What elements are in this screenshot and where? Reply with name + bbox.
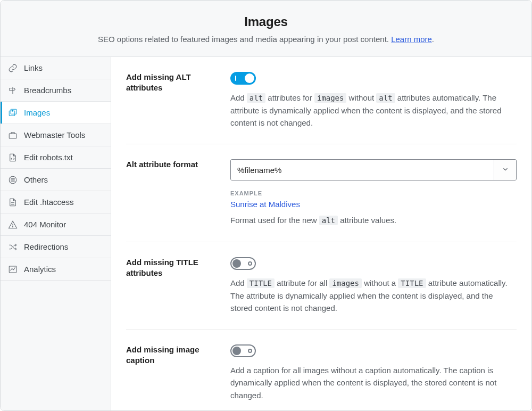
desc-code: images — [329, 278, 362, 288]
setting-description: Add TITLE attribute for all images witho… — [230, 277, 517, 314]
desc-code: TITLE — [247, 278, 275, 288]
images-icon — [8, 108, 18, 118]
sidebar-item-links[interactable]: Links — [1, 57, 111, 79]
toggle-off-indicator — [248, 349, 252, 353]
sidebar-item-edit-robots[interactable]: Edit robots.txt — [1, 146, 111, 169]
svg-rect-1 — [11, 109, 16, 114]
desc-text: without — [346, 93, 376, 102]
setting-description: Add a caption for all images without a c… — [230, 364, 517, 401]
desc-text: Format used for the new — [230, 216, 319, 225]
sidebar-item-404-monitor[interactable]: 404 Monitor — [1, 213, 111, 236]
desc-code: TITLE — [398, 278, 426, 288]
sidebar-item-webmaster-tools[interactable]: Webmaster Tools — [1, 124, 111, 146]
settings-content: Add missing ALT attributes Add alt attri… — [111, 57, 531, 410]
setting-body: Add alt attributes for images without al… — [230, 72, 517, 129]
svg-rect-3 — [9, 134, 16, 138]
sidebar-item-label: Edit robots.txt — [24, 153, 73, 162]
desc-text: attribute values. — [338, 216, 396, 225]
setting-label: Alt attribute format — [126, 159, 215, 227]
setting-alt-format: Alt attribute format EXAMPLE Sunrise at … — [126, 159, 517, 242]
svg-rect-0 — [9, 111, 15, 116]
setting-alt-missing: Add missing ALT attributes Add alt attri… — [126, 72, 517, 144]
desc-code: alt — [247, 93, 265, 103]
subtitle-suffix: . — [432, 35, 434, 44]
alt-format-combo — [230, 159, 517, 180]
sidebar-item-label: Breadcrumbs — [24, 86, 71, 95]
caption-missing-toggle[interactable] — [230, 344, 256, 357]
example-label: EXAMPLE — [230, 190, 517, 196]
sidebar-item-analytics[interactable]: Analytics — [1, 258, 111, 281]
settings-panel: Images SEO options related to featured i… — [0, 0, 532, 411]
sidebar-item-redirections[interactable]: Redirections — [1, 236, 111, 258]
chevron-down-icon — [502, 166, 509, 175]
signpost-icon — [8, 86, 18, 95]
sidebar-item-images[interactable]: Images — [1, 102, 111, 124]
desc-text: Add — [230, 93, 247, 102]
page-title: Images — [11, 14, 521, 29]
briefcase-icon — [8, 130, 18, 140]
sidebar-item-label: Webmaster Tools — [24, 130, 85, 139]
setting-description: Add alt attributes for images without al… — [230, 92, 517, 129]
link-icon — [8, 63, 18, 73]
title-missing-toggle[interactable] — [230, 257, 256, 270]
page-subtitle: SEO options related to featured images a… — [11, 35, 521, 44]
toggle-knob — [232, 347, 241, 355]
desc-code: images — [314, 93, 347, 103]
setting-label: Add missing TITLE attributes — [126, 257, 215, 314]
settings-sidebar: Links Breadcrumbs Images Webmaster Tools… — [1, 57, 111, 410]
setting-title-missing: Add missing TITLE attributes Add TITLE a… — [126, 257, 517, 330]
example-value: Sunrise at Maldives — [230, 200, 517, 209]
setting-body: EXAMPLE Sunrise at Maldives Format used … — [230, 159, 517, 227]
subtitle-text: SEO options related to featured images a… — [98, 35, 391, 44]
list-icon — [8, 175, 18, 185]
desc-text: Add — [230, 278, 247, 287]
desc-code: alt — [376, 93, 395, 103]
file-code-icon — [8, 153, 18, 162]
setting-body: Add a caption for all images without a c… — [230, 344, 517, 401]
setting-body: Add TITLE attribute for all images witho… — [230, 257, 517, 314]
setting-label: Add missing image caption — [126, 344, 215, 401]
setting-caption-missing: Add missing image caption Add a caption … — [126, 344, 517, 410]
alt-format-dropdown-button[interactable] — [494, 160, 516, 180]
desc-text: attribute for all — [275, 278, 329, 287]
warning-icon — [8, 220, 18, 229]
toggle-off-indicator — [248, 261, 252, 266]
chart-line-icon — [8, 265, 18, 274]
file-text-icon — [8, 198, 18, 207]
sidebar-item-label: Others — [24, 175, 48, 184]
sidebar-item-breadcrumbs[interactable]: Breadcrumbs — [1, 79, 111, 102]
shuffle-icon — [8, 242, 18, 252]
toggle-knob — [245, 73, 254, 83]
panel-header: Images SEO options related to featured i… — [1, 1, 531, 57]
desc-code: alt — [319, 216, 338, 225]
sidebar-item-others[interactable]: Others — [1, 169, 111, 191]
panel-body: Links Breadcrumbs Images Webmaster Tools… — [1, 57, 531, 410]
sidebar-item-edit-htaccess[interactable]: Edit .htaccess — [1, 191, 111, 213]
alt-format-input[interactable] — [231, 160, 494, 180]
setting-description: Format used for the new alt attribute va… — [230, 214, 517, 227]
sidebar-item-label: 404 Monitor — [24, 220, 66, 229]
learn-more-link[interactable]: Learn more — [391, 35, 432, 44]
desc-text: attributes for — [265, 93, 314, 102]
alt-missing-toggle[interactable] — [230, 72, 256, 85]
sidebar-item-label: Analytics — [24, 265, 56, 274]
sidebar-item-label: Links — [24, 63, 43, 72]
toggle-knob — [232, 259, 241, 268]
svg-point-11 — [12, 226, 13, 227]
sidebar-item-label: Images — [24, 108, 50, 117]
sidebar-item-label: Edit .htaccess — [24, 198, 73, 207]
sidebar-item-label: Redirections — [24, 242, 68, 251]
toggle-on-indicator — [235, 76, 236, 81]
desc-text: without a — [362, 278, 398, 287]
setting-label: Add missing ALT attributes — [126, 72, 215, 129]
